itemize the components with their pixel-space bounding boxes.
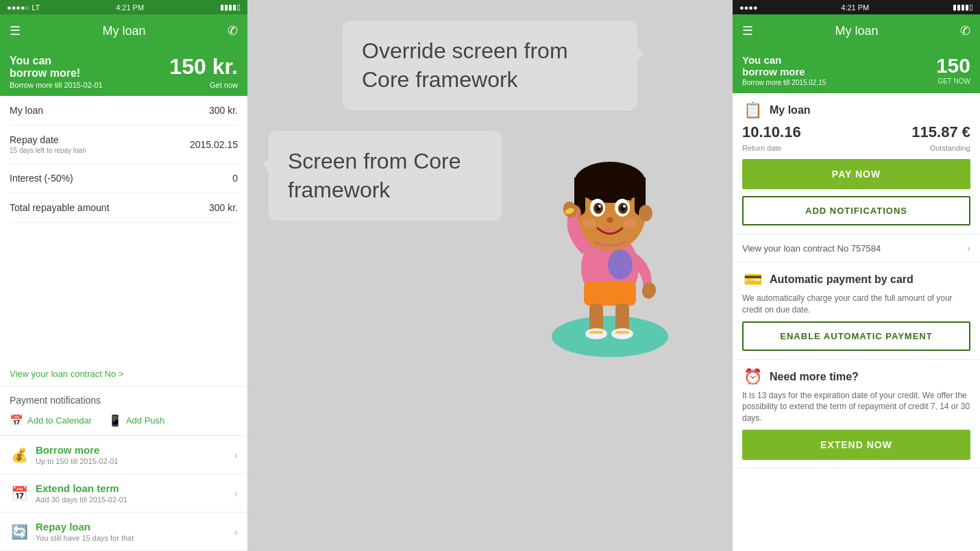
borrow-more-icon: 💰 <box>10 447 29 463</box>
repay-loan-text: Repay loan You still have 15 days for th… <box>36 521 134 542</box>
right-promo-amount: 150 <box>936 56 970 76</box>
left-time: 4:21 PM <box>116 3 144 12</box>
interest-label: Interest (-50%) <box>10 173 73 184</box>
svg-point-26 <box>583 219 596 228</box>
repay-loan-chevron: › <box>234 526 238 537</box>
extend-now-button[interactable]: EXTEND NOW <box>742 430 970 460</box>
left-header-title: My loan <box>102 24 145 38</box>
add-calendar-button[interactable]: 📅 Add to Calendar <box>10 414 92 427</box>
svg-point-25 <box>607 217 613 223</box>
left-status-bar: ●●●●○ LT 4:21 PM ▮▮▮▮▯ <box>0 0 247 14</box>
extend-loan-left: 📅 Extend loan term Add 30 days till 2015… <box>10 482 127 504</box>
pay-now-button[interactable]: PAY NOW <box>742 159 970 189</box>
left-menu-icon[interactable]: ☰ <box>10 23 21 38</box>
svg-rect-2 <box>584 282 636 306</box>
left-phone-icon[interactable]: ✆ <box>228 23 238 38</box>
loan-labels: Return date Outstanding <box>742 144 970 152</box>
borrow-more-chevron: › <box>234 450 238 461</box>
middle-area: Override screen from Core framework Scre… <box>248 0 732 551</box>
svg-point-16 <box>639 205 652 221</box>
screen-from-core-bubble: Screen from Core framework <box>269 131 502 221</box>
repay-loan-left: 🔄 Repay loan You still have 15 days for … <box>10 521 134 542</box>
left-header: ☰ My loan ✆ <box>0 14 247 47</box>
override-screen-text: Override screen from Core framework <box>362 38 568 92</box>
repay-loan-item[interactable]: 🔄 Repay loan You still have 15 days for … <box>0 513 247 551</box>
svg-point-30 <box>608 249 633 280</box>
loan-item-my-loan: My loan 300 kr. <box>10 96 238 125</box>
right-status-bar: ●●●● 4:21 PM ▮▮▮▮▯ <box>733 0 980 14</box>
notification-row: 📅 Add to Calendar 📱 Add Push <box>0 410 247 436</box>
phone-right: ●●●● 4:21 PM ▮▮▮▮▯ ☰ My loan ✆ You can b… <box>732 0 980 551</box>
left-promo-btn[interactable]: Get now <box>169 81 238 89</box>
autopay-title: Automatic payment by card <box>770 273 914 286</box>
autopay-icon: 💳 <box>742 271 763 289</box>
right-phone-icon[interactable]: ✆ <box>960 23 970 38</box>
svg-point-0 <box>552 316 668 357</box>
right-battery: ▮▮▮▮▯ <box>953 3 973 12</box>
time-header-row: ⏰ Need more time? <box>742 368 970 386</box>
total-label: Total repayable amount <box>10 202 110 213</box>
loan-numbers: 10.10.16 115.87 € <box>742 123 970 141</box>
add-push-label: Add Push <box>126 415 164 426</box>
enable-autopay-button[interactable]: ENABLE AUTOMATIC PAYMENT <box>742 321 970 351</box>
left-promo-sub: Borrow more till 2015-02-01 <box>10 81 103 89</box>
extend-loan-chevron: › <box>234 488 238 499</box>
right-menu-icon[interactable]: ☰ <box>742 23 753 38</box>
right-promo-sub: Borrow more till 2015.02.15 <box>742 79 826 86</box>
my-loan-section: 📋 My loan 10.10.16 115.87 € Return date … <box>733 93 980 234</box>
add-notifications-button[interactable]: ADD NOTIFICATIONS <box>742 196 970 225</box>
left-battery: ▮▮▮▮▯ <box>220 3 241 12</box>
left-promo-amount: 150 kr. <box>169 54 238 79</box>
payment-notifications-title: Payment notifications <box>0 387 247 410</box>
return-date-label: Return date <box>742 144 781 152</box>
outstanding-label: Outstanding <box>930 144 970 152</box>
right-content: 📋 My loan 10.10.16 115.87 € Return date … <box>733 93 980 551</box>
interest-value: 0 <box>232 173 238 184</box>
my-loan-section-title: My loan <box>770 104 811 117</box>
right-promo-banner: You can borrow more Borrow more till 201… <box>733 47 980 93</box>
svg-point-29 <box>640 281 658 300</box>
my-loan-label: My loan <box>10 105 43 116</box>
push-icon: 📱 <box>108 414 122 427</box>
left-contract-link[interactable]: View your loan contract No > <box>0 362 247 387</box>
left-loan-list: My loan 300 kr. Repay date 15 days left … <box>0 96 247 362</box>
extend-loan-item[interactable]: 📅 Extend loan term Add 30 days till 2015… <box>0 474 247 513</box>
right-promo-left: You can borrow more Borrow more till 201… <box>742 54 826 86</box>
extend-loan-text: Extend loan term Add 30 days till 2015-0… <box>36 482 127 504</box>
right-get-now-btn[interactable]: GET NOW <box>936 77 970 85</box>
left-promo-title: You can borrow more! <box>10 55 103 79</box>
right-header: ☰ My loan ✆ <box>733 14 980 47</box>
svg-point-27 <box>624 219 637 228</box>
my-loan-icon: 📋 <box>742 101 763 119</box>
svg-rect-7 <box>589 331 603 334</box>
loan-outstanding: 115.87 € <box>911 123 970 141</box>
right-promo-right: 150 GET NOW <box>936 56 970 85</box>
svg-point-23 <box>598 205 601 208</box>
right-contract-link[interactable]: View your loan contract No 757584 › <box>733 234 980 262</box>
right-header-title: My loan <box>835 24 878 38</box>
override-screen-bubble: Override screen from Core framework <box>343 21 637 110</box>
repay-date-label: Repay date 15 days left to repay loan <box>10 134 86 154</box>
need-more-time-section: ⏰ Need more time? It is 13 days for the … <box>733 360 980 469</box>
autopay-section: 💳 Automatic payment by card We automatic… <box>733 262 980 360</box>
total-value: 300 kr. <box>209 202 238 213</box>
left-promo-right: 150 kr. Get now <box>169 54 238 89</box>
loan-return-date: 10.10.16 <box>742 123 801 141</box>
loan-item-total: Total repayable amount 300 kr. <box>10 193 238 223</box>
add-push-button[interactable]: 📱 Add Push <box>108 414 164 427</box>
my-loan-value: 300 kr. <box>209 105 238 116</box>
time-title: Need more time? <box>770 371 859 383</box>
autopay-desc: We automatically charge your card the fu… <box>742 293 970 316</box>
my-loan-section-row: 📋 My loan <box>742 101 970 119</box>
borrow-more-item[interactable]: 💰 Borrow more Up to 150 till 2015-02-01 … <box>0 436 247 474</box>
time-desc: It is 13 days for the expiration date of… <box>742 390 970 424</box>
calendar-icon: 📅 <box>10 414 23 427</box>
extend-loan-icon: 📅 <box>10 485 29 502</box>
left-promo-left: You can borrow more! Borrow more till 20… <box>10 55 103 89</box>
left-signal: ●●●●○ LT <box>7 3 40 12</box>
left-promo-banner: You can borrow more! Borrow more till 20… <box>0 47 247 96</box>
repay-loan-icon: 🔄 <box>10 524 29 540</box>
borrow-more-left: 💰 Borrow more Up to 150 till 2015-02-01 <box>10 444 118 465</box>
time-icon: ⏰ <box>742 368 763 386</box>
svg-point-24 <box>623 205 626 208</box>
